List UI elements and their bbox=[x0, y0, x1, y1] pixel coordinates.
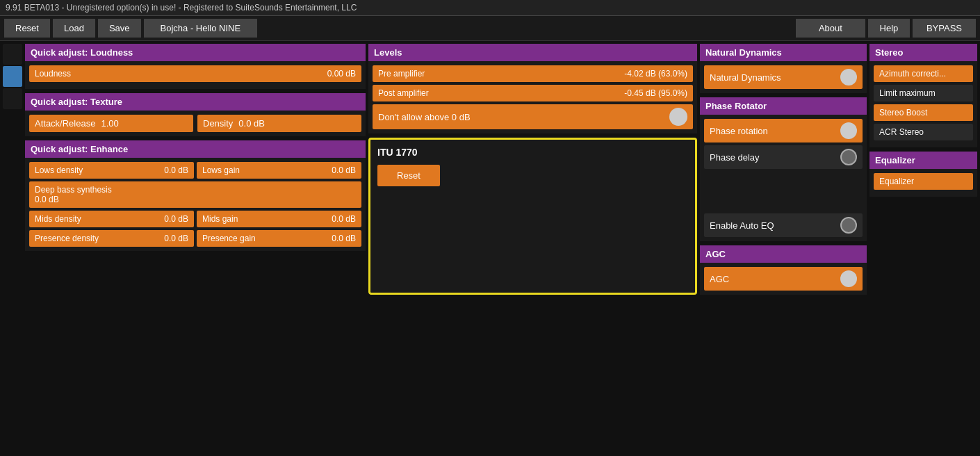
density-label: Density bbox=[203, 118, 233, 129]
pre-amp-row[interactable]: Pre amplifier -4.02 dB (63.0%) bbox=[373, 65, 693, 82]
deep-bass-cell[interactable]: Deep bass synthesis 0.0 dB bbox=[29, 181, 361, 208]
quick-loudness-panel: Quick adjust: Loudness Loudness 0.00 dB bbox=[25, 44, 366, 89]
attack-release-value: 1.00 bbox=[101, 118, 118, 129]
enable-auto-eq-toggle[interactable] bbox=[840, 217, 857, 234]
presence-gain-label: Presence gain bbox=[202, 234, 256, 243]
lows-gain-cell[interactable]: Lows gain 0.0 dB bbox=[197, 162, 361, 179]
help-button[interactable]: Help bbox=[868, 19, 910, 38]
acr-stereo-label: ACR Stereo bbox=[879, 127, 924, 137]
natural-dynamics-header: Natural Dynamics bbox=[700, 44, 867, 61]
agc-header: AGC bbox=[700, 245, 867, 263]
save-button[interactable]: Save bbox=[98, 19, 141, 38]
itu1770-panel: ITU 1770 Reset bbox=[368, 138, 697, 295]
lows-gain-value: 0.0 dB bbox=[332, 165, 356, 175]
natural-dynamics-body: Natural Dynamics bbox=[700, 61, 867, 93]
mids-gain-cell[interactable]: Mids gain 0.0 dB bbox=[197, 211, 361, 227]
lows-density-label: Lows density bbox=[35, 165, 83, 175]
equalizer-row[interactable]: Equalizer bbox=[874, 173, 973, 190]
agc-body: AGC bbox=[700, 263, 867, 295]
dont-allow-toggle[interactable] bbox=[669, 108, 687, 126]
enable-auto-eq-row[interactable]: Enable Auto EQ bbox=[704, 213, 863, 237]
agc-toggle[interactable] bbox=[840, 270, 857, 287]
right-column: Natural Dynamics Natural Dynamics Phase … bbox=[700, 44, 867, 295]
stereo-boost-label: Stereo Boost bbox=[879, 108, 927, 117]
phase-delay-label: Phase delay bbox=[710, 152, 760, 163]
lows-density-value: 0.0 dB bbox=[164, 165, 188, 175]
limit-max-row[interactable]: Limit maximum bbox=[874, 85, 973, 101]
pre-amp-value: -4.02 dB (63.0%) bbox=[624, 69, 687, 79]
density-cell[interactable]: Density 0.0 dB bbox=[197, 115, 361, 132]
mids-density-value: 0.0 dB bbox=[164, 214, 188, 224]
strip-item-3 bbox=[3, 88, 22, 109]
deep-bass-label: Deep bass synthesis bbox=[35, 185, 356, 195]
agc-label: AGC bbox=[710, 274, 729, 284]
equalizer-header: Equalizer bbox=[869, 152, 977, 169]
phase-delay-row[interactable]: Phase delay bbox=[704, 145, 863, 169]
limit-max-label: Limit maximum bbox=[879, 88, 936, 98]
quick-enhance-header: Quick adjust: Enhance bbox=[25, 140, 366, 158]
post-amp-value: -0.45 dB (95.0%) bbox=[624, 88, 687, 98]
texture-row: Attack/Release 1.00 Density 0.0 dB bbox=[29, 115, 361, 132]
attack-release-cell[interactable]: Attack/Release 1.00 bbox=[29, 115, 193, 132]
levels-panel: Levels Pre amplifier -4.02 dB (63.0%) Po… bbox=[368, 44, 697, 133]
about-button[interactable]: About bbox=[796, 19, 865, 38]
post-amp-row[interactable]: Post amplifier -0.45 dB (95.0%) bbox=[373, 85, 693, 101]
phase-rotator-header: Phase Rotator bbox=[700, 97, 867, 115]
left-strip bbox=[3, 44, 22, 295]
agc-panel: AGC AGC bbox=[700, 245, 867, 295]
lows-density-cell[interactable]: Lows density 0.0 dB bbox=[29, 162, 194, 179]
enhance-grid: Lows density 0.0 dB Lows gain 0.0 dB Dee… bbox=[29, 162, 361, 247]
title-text: 9.91 BETA013 - Unregistered option(s) in… bbox=[6, 3, 357, 13]
title-bar: 9.91 BETA013 - Unregistered option(s) in… bbox=[0, 0, 980, 16]
strip-item-2 bbox=[3, 66, 22, 87]
azimuth-label: Azimuth correcti... bbox=[879, 69, 946, 79]
azimuth-row[interactable]: Azimuth correcti... bbox=[874, 65, 973, 82]
acr-stereo-row[interactable]: ACR Stereo bbox=[874, 124, 973, 140]
stereo-body: Azimuth correcti... Limit maximum Stereo… bbox=[869, 61, 977, 147]
quick-enhance-body: Lows density 0.0 dB Lows gain 0.0 dB Dee… bbox=[25, 158, 366, 251]
phase-delay-toggle[interactable] bbox=[840, 149, 857, 165]
mids-gain-value: 0.0 dB bbox=[332, 214, 356, 224]
presence-gain-value: 0.0 dB bbox=[332, 234, 356, 243]
lows-gain-label: Lows gain bbox=[202, 165, 240, 175]
presence-gain-cell[interactable]: Presence gain 0.0 dB bbox=[197, 230, 361, 247]
middle-column: Levels Pre amplifier -4.02 dB (63.0%) Po… bbox=[368, 44, 697, 295]
levels-body: Pre amplifier -4.02 dB (63.0%) Post ampl… bbox=[368, 61, 697, 133]
phase-rotator-spacer bbox=[704, 172, 863, 213]
natural-dynamics-toggle[interactable] bbox=[840, 69, 857, 86]
dont-allow-row[interactable]: Don't allow above 0 dB bbox=[373, 104, 693, 129]
toolbar: Reset Load Save Bojcha - Hello NINE Abou… bbox=[0, 16, 980, 41]
equalizer-panel: Equalizer Equalizer bbox=[869, 152, 977, 197]
bypass-button[interactable]: BYPASS bbox=[913, 19, 976, 38]
phase-rotation-toggle[interactable] bbox=[840, 122, 857, 139]
quick-texture-body: Attack/Release 1.00 Density 0.0 dB bbox=[25, 111, 366, 136]
stereo-panel: Stereo Azimuth correcti... Limit maximum… bbox=[869, 44, 977, 147]
mids-density-label: Mids density bbox=[35, 214, 81, 224]
phase-rotator-body: Phase rotation Phase delay Enable Auto E… bbox=[700, 115, 867, 241]
agc-row[interactable]: AGC bbox=[704, 267, 863, 291]
dont-allow-label: Don't allow above 0 dB bbox=[378, 112, 471, 122]
presence-density-cell[interactable]: Presence density 0.0 dB bbox=[29, 230, 194, 247]
quick-loudness-header: Quick adjust: Loudness bbox=[25, 44, 366, 61]
mids-density-cell[interactable]: Mids density 0.0 dB bbox=[29, 211, 194, 227]
phase-rotator-panel: Phase Rotator Phase rotation Phase delay… bbox=[700, 97, 867, 241]
loudness-row[interactable]: Loudness 0.00 dB bbox=[29, 65, 361, 82]
reset-button[interactable]: Reset bbox=[4, 19, 50, 38]
attack-release-label: Attack/Release bbox=[35, 118, 95, 129]
quick-loudness-body: Loudness 0.00 dB bbox=[25, 61, 366, 89]
stereo-boost-row[interactable]: Stereo Boost bbox=[874, 104, 973, 121]
preset-button[interactable]: Bojcha - Hello NINE bbox=[144, 19, 258, 38]
natural-dynamics-panel: Natural Dynamics Natural Dynamics bbox=[700, 44, 867, 93]
natural-dynamics-label: Natural Dynamics bbox=[710, 72, 781, 83]
loudness-label: Loudness bbox=[35, 69, 71, 79]
loudness-value: 0.00 dB bbox=[327, 69, 356, 79]
strip-item-1 bbox=[3, 44, 22, 65]
presence-density-label: Presence density bbox=[35, 234, 99, 243]
phase-rotation-label: Phase rotation bbox=[710, 126, 768, 136]
natural-dynamics-row[interactable]: Natural Dynamics bbox=[704, 65, 863, 89]
phase-rotation-row[interactable]: Phase rotation bbox=[704, 119, 863, 142]
itu1770-reset-button[interactable]: Reset bbox=[377, 165, 440, 186]
load-button[interactable]: Load bbox=[53, 19, 95, 38]
enable-auto-eq-label: Enable Auto EQ bbox=[710, 220, 774, 231]
left-column: Quick adjust: Loudness Loudness 0.00 dB … bbox=[25, 44, 366, 295]
